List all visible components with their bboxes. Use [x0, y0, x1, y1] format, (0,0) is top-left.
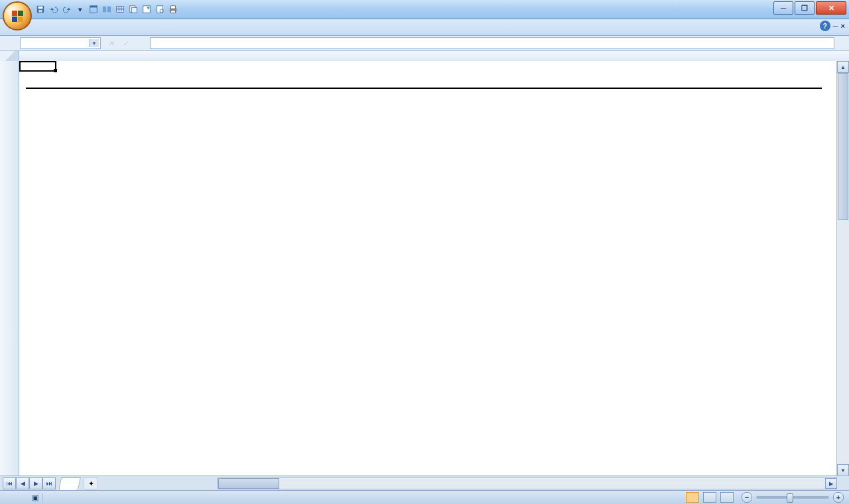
chart-title-underline [26, 88, 822, 89]
name-box-dropdown-icon[interactable]: ▼ [89, 39, 99, 47]
ribbon-tab-addins[interactable] [183, 30, 202, 35]
qat-more-icon[interactable]: ▾ [74, 3, 86, 15]
new-sheet-icon[interactable]: ✦ [84, 477, 98, 489]
window-buttons: ─ ❐ ✕ [773, 1, 846, 15]
print-icon[interactable] [167, 3, 179, 15]
ribbon-minimize-icon[interactable]: ─ [833, 22, 838, 30]
print-preview-icon[interactable] [154, 3, 166, 15]
ribbon-tab-data[interactable] [109, 30, 127, 35]
tab-nav-first-icon[interactable]: ⏮ [3, 477, 16, 489]
sheet-tab[interactable] [58, 477, 81, 490]
quick-access-toolbar: ▾ [34, 3, 179, 15]
formula-bar-row: ▼ ✕ ✓ [0, 36, 849, 51]
horizontal-scrollbar[interactable]: ◀ ▶ [218, 477, 837, 489]
scroll-down-icon[interactable]: ▼ [837, 464, 849, 476]
fx-cancel-icon[interactable]: ✕ [105, 39, 117, 48]
formula-input[interactable] [150, 37, 834, 49]
redo-icon[interactable] [61, 3, 73, 15]
ribbon-tab-insert[interactable] [53, 30, 72, 35]
minimize-button[interactable]: ─ [773, 1, 793, 15]
office-button[interactable] [3, 1, 32, 31]
ribbon-tab-view[interactable] [146, 30, 164, 35]
svg-rect-16 [171, 11, 176, 13]
svg-rect-1 [38, 7, 43, 9]
vertical-scrollbar[interactable]: ▲ ▼ [836, 61, 849, 476]
svg-rect-6 [107, 7, 111, 13]
tab-nav-last-icon[interactable]: ⏭ [42, 477, 56, 489]
close-button[interactable]: ✕ [816, 1, 846, 15]
row-headers [0, 61, 19, 476]
ribbon-tab-review[interactable] [127, 30, 146, 35]
view-normal-icon[interactable] [686, 492, 699, 503]
view-page-break-icon[interactable] [720, 492, 734, 503]
vscroll-thumb[interactable] [838, 73, 848, 220]
svg-rect-5 [103, 7, 106, 13]
sheet-tab-row: ⏮ ◀ ▶ ⏭ ✦ ◀ ▶ [0, 475, 849, 491]
tab-nav-prev-icon[interactable]: ◀ [16, 477, 29, 489]
svg-rect-2 [38, 10, 42, 13]
fx-enter-icon[interactable]: ✓ [119, 39, 131, 48]
title-bar: ▾ ─ ❐ ✕ [0, 0, 849, 19]
qat-icon[interactable] [88, 3, 99, 15]
name-box[interactable]: ▼ [20, 37, 101, 49]
svg-point-11 [147, 7, 150, 9]
ribbon-tab-developer[interactable] [164, 30, 183, 35]
scroll-right-icon[interactable]: ▶ [825, 478, 837, 489]
qat-icon[interactable] [114, 3, 126, 15]
ribbon-tab-home[interactable] [34, 30, 53, 35]
ribbon-tab-formulas[interactable] [90, 30, 109, 35]
svg-rect-7 [117, 7, 124, 13]
undo-icon[interactable] [48, 3, 60, 15]
svg-rect-9 [131, 7, 137, 13]
qat-icon[interactable] [127, 3, 139, 15]
status-bar: ▣ − + [0, 490, 849, 504]
zoom-in-icon[interactable]: + [833, 492, 844, 503]
svg-rect-4 [90, 6, 98, 8]
ribbon-close-icon[interactable]: × [841, 22, 845, 30]
help-icon[interactable]: ? [820, 21, 830, 31]
ribbon-tab-page-layout[interactable] [72, 30, 90, 35]
worksheet-grid[interactable] [19, 61, 849, 476]
zoom-out-icon[interactable]: − [742, 492, 752, 503]
qat-icon[interactable] [101, 3, 113, 15]
zoom-slider-knob[interactable] [787, 493, 793, 503]
tab-nav-next-icon[interactable]: ▶ [29, 477, 42, 489]
hscroll-thumb[interactable] [218, 478, 279, 489]
macro-record-icon[interactable]: ▣ [28, 493, 43, 502]
scroll-up-icon[interactable]: ▲ [837, 61, 849, 73]
maximize-button[interactable]: ❐ [795, 1, 815, 15]
view-page-layout-icon[interactable] [703, 492, 716, 503]
save-icon[interactable] [34, 3, 46, 15]
qat-icon[interactable] [141, 3, 153, 15]
zoom-slider[interactable] [756, 496, 829, 499]
svg-rect-15 [171, 6, 176, 9]
ribbon-tabs: ? ─ × [0, 19, 849, 36]
org-chart [19, 61, 849, 476]
